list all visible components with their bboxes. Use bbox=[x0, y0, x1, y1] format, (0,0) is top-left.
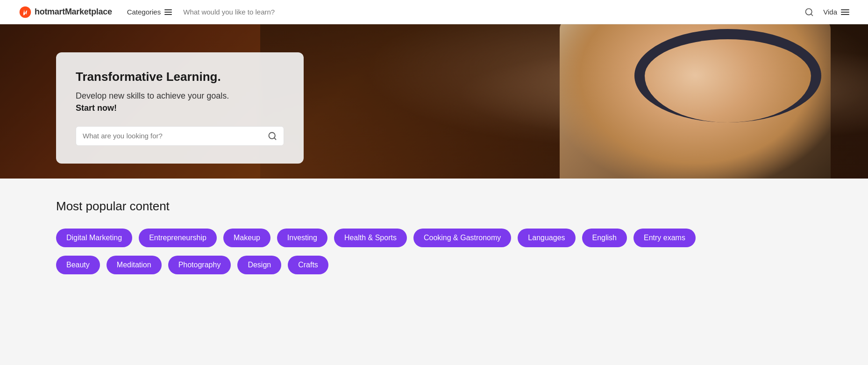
navbar: hotmartMarketplace Categories Vida bbox=[0, 0, 868, 24]
tag-digital-marketing[interactable]: Digital Marketing bbox=[56, 229, 132, 247]
hamburger-icon bbox=[841, 9, 849, 15]
popular-content-section: Most popular content Digital MarketingEn… bbox=[0, 179, 868, 311]
nav-search-icon[interactable] bbox=[804, 7, 814, 17]
categories-menu-icon bbox=[164, 9, 172, 15]
logo-text: hotmartMarketplace bbox=[35, 7, 112, 17]
hero-search-button[interactable] bbox=[268, 131, 277, 141]
categories-button[interactable]: Categories bbox=[127, 4, 172, 20]
tag-beauty[interactable]: Beauty bbox=[56, 256, 100, 274]
tag-english[interactable]: English bbox=[582, 229, 627, 247]
tag-design[interactable]: Design bbox=[237, 256, 281, 274]
tag-photography[interactable]: Photography bbox=[168, 256, 231, 274]
svg-line-4 bbox=[274, 138, 276, 140]
hero-search-icon bbox=[268, 131, 277, 141]
tags-row-1: Digital MarketingEntrepreneurshipMakeupI… bbox=[56, 229, 812, 247]
tag-cooking-gastronomy[interactable]: Cooking & Gastronomy bbox=[413, 229, 511, 247]
tag-health-sports[interactable]: Health & Sports bbox=[334, 229, 407, 247]
logo-area[interactable]: hotmartMarketplace bbox=[19, 6, 112, 19]
svg-line-2 bbox=[811, 14, 813, 15]
tag-meditation[interactable]: Meditation bbox=[107, 256, 162, 274]
tag-makeup[interactable]: Makeup bbox=[223, 229, 270, 247]
nav-search-input[interactable] bbox=[183, 8, 463, 16]
nav-user-menu[interactable]: Vida bbox=[823, 8, 849, 16]
tag-investing[interactable]: Investing bbox=[277, 229, 327, 247]
hotmart-logo-icon bbox=[19, 6, 32, 19]
svg-point-0 bbox=[20, 6, 31, 18]
nav-right-area: Vida bbox=[804, 7, 849, 17]
hero-subtitle-line2: Start now! bbox=[76, 103, 284, 113]
hero-title: Transformative Learning. bbox=[76, 69, 284, 85]
hero-subtitle-line1: Develop new skills to achieve your goals… bbox=[76, 90, 284, 102]
tag-entrepreneurship[interactable]: Entrepreneurship bbox=[139, 229, 217, 247]
tag-entry-exams[interactable]: Entry exams bbox=[633, 229, 696, 247]
tag-languages[interactable]: Languages bbox=[518, 229, 575, 247]
hero-section: Transformative Learning. Develop new ski… bbox=[0, 24, 868, 179]
popular-section-title: Most popular content bbox=[56, 199, 812, 214]
tag-crafts[interactable]: Crafts bbox=[288, 256, 328, 274]
hero-card: Transformative Learning. Develop new ski… bbox=[56, 52, 304, 164]
hero-search-bar bbox=[76, 126, 284, 146]
categories-label: Categories bbox=[127, 8, 161, 16]
tags-row-2: BeautyMeditationPhotographyDesignCrafts bbox=[56, 256, 812, 274]
hero-headphones-illustration bbox=[634, 29, 821, 122]
hero-search-input[interactable] bbox=[83, 132, 263, 140]
nav-user-name: Vida bbox=[823, 8, 837, 16]
nav-search-bar bbox=[183, 8, 463, 16]
